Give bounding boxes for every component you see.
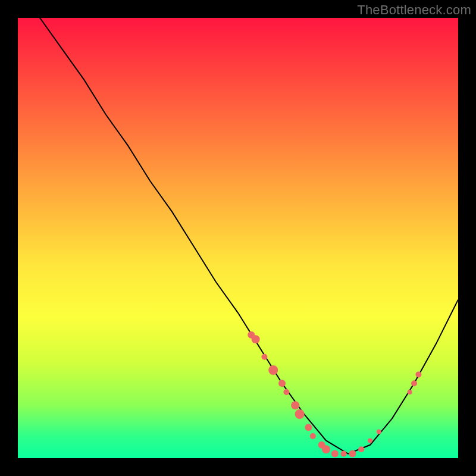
chart-plot-area [18, 18, 458, 458]
marker-group [248, 331, 421, 458]
chart-frame: TheBottleneck.com [0, 0, 476, 476]
marker-dot [283, 389, 289, 395]
marker-dot [341, 451, 347, 457]
marker-dot [408, 390, 412, 394]
marker-dot [295, 409, 305, 419]
marker-dot [411, 380, 417, 386]
chart-svg [18, 18, 458, 458]
marker-dot [305, 424, 312, 431]
marker-dot [331, 450, 339, 458]
marker-dot [377, 430, 381, 434]
marker-dot [291, 401, 299, 409]
watermark-text: TheBottleneck.com [357, 2, 471, 18]
marker-dot [415, 371, 421, 377]
bottleneck-curve-line [18, 18, 458, 454]
marker-dot [261, 354, 267, 360]
marker-dot [278, 380, 286, 387]
marker-dot [310, 433, 316, 439]
marker-dot [322, 445, 330, 453]
marker-dot [268, 365, 278, 375]
marker-dot [349, 450, 356, 458]
marker-dot [358, 446, 364, 452]
marker-dot [368, 438, 372, 443]
marker-dot [252, 335, 260, 343]
